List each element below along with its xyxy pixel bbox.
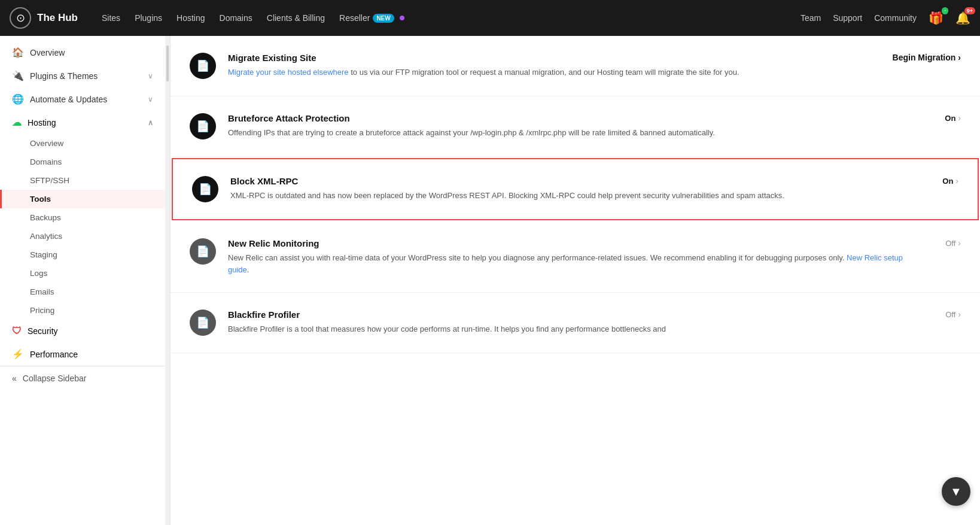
bruteforce-icon: 📄	[190, 113, 216, 139]
automate-chevron-icon: ∨	[148, 95, 153, 104]
new-relic-status-label: Off	[945, 239, 955, 248]
sidebar-item-automate-updates[interactable]: 🌐 Automate & Updates ∨	[0, 87, 165, 111]
bruteforce-status-arrow: ›	[958, 113, 961, 123]
home-icon: 🏠	[12, 47, 24, 58]
sidebar-item-hosting-logs[interactable]: Logs	[0, 264, 165, 283]
automate-icon: 🌐	[12, 93, 24, 105]
nav-domains[interactable]: Domains	[220, 13, 252, 23]
sidebar-item-plugins-themes[interactable]: 🔌 Plugins & Themes ∨	[0, 64, 165, 87]
migrate-title: Migrate Existing Site	[228, 53, 881, 63]
hosting-cloud-icon: ☁	[12, 117, 22, 128]
begin-migration-arrow: ›	[958, 53, 961, 62]
sidebar-item-security[interactable]: 🛡 Security	[0, 320, 165, 342]
bruteforce-status[interactable]: On ›	[925, 113, 961, 123]
bruteforce-status-label: On	[945, 114, 955, 123]
xml-rpc-status-arrow: ›	[955, 176, 958, 186]
new-relic-icon: 📄	[190, 238, 216, 265]
sidebar-item-overview[interactable]: 🏠 Overview	[0, 41, 165, 64]
tool-item-migrate: 📄 Migrate Existing Site Migrate your sit…	[171, 36, 980, 96]
new-relic-title: New Relic Monitoring	[228, 238, 913, 248]
new-relic-status-arrow: ›	[958, 238, 961, 248]
nav-plugins[interactable]: Plugins	[135, 13, 162, 23]
sidebar-item-performance[interactable]: ⚡ Performance	[0, 342, 165, 366]
migrate-body: Migrate Existing Site Migrate your site …	[228, 53, 881, 78]
top-nav: ⊙ The Hub Sites Plugins Hosting Domains …	[0, 0, 980, 36]
blackfire-title: Blackfire Profiler	[228, 309, 913, 320]
xml-rpc-icon: 📄	[192, 176, 218, 202]
tool-item-blackfire: 📄 Blackfire Profiler Blackfire Profiler …	[171, 293, 980, 353]
sidebar-item-hosting-analytics[interactable]: Analytics	[0, 227, 165, 245]
sidebar-item-hosting-tools[interactable]: Tools	[0, 190, 165, 208]
sidebar-performance-label: Performance	[30, 350, 153, 359]
notification-bell-button[interactable]: 🔔 9+	[955, 11, 970, 25]
nav-community[interactable]: Community	[874, 13, 917, 23]
nav-clients-billing[interactable]: Clients & Billing	[267, 13, 325, 23]
bruteforce-title: Bruteforce Attack Protection	[228, 113, 913, 123]
collapse-label: Collapse Sidebar	[23, 374, 87, 383]
nav-hosting[interactable]: Hosting	[176, 13, 205, 23]
body-layout: 🏠 Overview 🔌 Plugins & Themes ∨ 🌐 Automa…	[0, 36, 980, 525]
sidebar-item-hosting-staging[interactable]: Staging	[0, 245, 165, 264]
sidebar-automate-label: Automate & Updates	[30, 95, 142, 104]
collapse-icon: «	[12, 374, 17, 383]
nav-right: Team Support Community 🎁 · 🔔 9+	[801, 11, 970, 25]
blackfire-icon: 📄	[190, 309, 216, 336]
bruteforce-desc: Offending IPs that are trying to create …	[228, 127, 913, 139]
sidebar-plugins-label: Plugins & Themes	[30, 71, 142, 81]
migrate-desc: Migrate your site hosted elsewhere to us…	[228, 66, 881, 78]
security-shield-icon: 🛡	[12, 326, 22, 336]
xml-rpc-status-label: On	[942, 177, 953, 186]
new-relic-body: New Relic Monitoring New Relic can assis…	[228, 238, 913, 275]
migrate-icon: 📄	[190, 53, 216, 79]
sidebar-section-hosting[interactable]: ☁ Hosting ∧	[0, 111, 165, 134]
migrate-desc-text: to us via our FTP migration tool or requ…	[349, 68, 739, 77]
sidebar-scrollbar-thumb	[166, 45, 169, 81]
tools-list: 📄 Migrate Existing Site Migrate your sit…	[171, 36, 980, 353]
tool-item-xml-rpc: 📄 Block XML-RPC XML-RPC is outdated and …	[172, 158, 979, 220]
plugins-icon: 🔌	[12, 70, 24, 81]
sidebar-scrollbar[interactable]	[165, 36, 170, 525]
sidebar-item-hosting-domains[interactable]: Domains	[0, 153, 165, 171]
sidebar-item-hosting-overview[interactable]: Overview	[0, 134, 165, 153]
notification-count: 9+	[964, 7, 975, 14]
xml-rpc-status[interactable]: On ›	[923, 176, 958, 186]
begin-migration-label: Begin Migration	[893, 53, 956, 62]
begin-migration-button[interactable]: Begin Migration ›	[893, 53, 961, 62]
blackfire-body: Blackfire Profiler Blackfire Profiler is…	[228, 309, 913, 335]
tool-item-bruteforce: 📄 Bruteforce Attack Protection Offending…	[171, 96, 980, 157]
new-relic-status[interactable]: Off ›	[925, 238, 961, 248]
sidebar-hosting-label: Hosting	[28, 118, 142, 128]
sidebar-item-hosting-pricing[interactable]: Pricing	[0, 301, 165, 320]
sidebar-scroll-area: 🏠 Overview 🔌 Plugins & Themes ∨ 🌐 Automa…	[0, 36, 170, 525]
blackfire-status-arrow: ›	[958, 309, 961, 319]
xml-rpc-body: Block XML-RPC XML-RPC is outdated and ha…	[230, 176, 911, 202]
scroll-to-bottom-button[interactable]: ▼	[942, 477, 970, 506]
blackfire-status[interactable]: Off ›	[925, 309, 961, 319]
gift-badge: ·	[942, 7, 948, 14]
migrate-link[interactable]: Migrate your site hosted elsewhere	[228, 68, 349, 77]
app-title: The Hub	[37, 12, 78, 24]
nav-reseller[interactable]: Reseller NEW	[339, 13, 404, 23]
sidebar-item-hosting-backups[interactable]: Backups	[0, 208, 165, 227]
nav-sites[interactable]: Sites	[102, 13, 120, 23]
gift-icon-button[interactable]: 🎁 ·	[929, 11, 944, 25]
nav-team[interactable]: Team	[801, 13, 821, 23]
blackfire-desc: Blackfire Profiler is a tool that measur…	[228, 323, 913, 335]
collapse-sidebar-button[interactable]: « Collapse Sidebar	[0, 366, 165, 390]
plugins-chevron-icon: ∨	[148, 72, 153, 80]
main-content: 📄 Migrate Existing Site Migrate your sit…	[171, 36, 980, 525]
logo-circle: ⊙	[10, 7, 31, 29]
sidebar-item-hosting-sftp[interactable]: SFTP/SSH	[0, 171, 165, 190]
nav-support[interactable]: Support	[833, 13, 862, 23]
tool-item-new-relic: 📄 New Relic Monitoring New Relic can ass…	[171, 221, 980, 293]
performance-bolt-icon: ⚡	[12, 348, 24, 360]
reseller-dot	[400, 16, 404, 20]
reseller-badge: NEW	[373, 14, 394, 23]
logo[interactable]: ⊙ The Hub	[10, 7, 78, 29]
nav-links: Sites Plugins Hosting Domains Clients & …	[102, 13, 786, 23]
sidebar: 🏠 Overview 🔌 Plugins & Themes ∨ 🌐 Automa…	[0, 36, 171, 525]
hosting-chevron-icon: ∧	[148, 119, 153, 127]
blackfire-status-label: Off	[945, 310, 955, 319]
sidebar-item-hosting-emails[interactable]: Emails	[0, 283, 165, 301]
new-relic-desc: New Relic can assist you with real-time …	[228, 252, 913, 275]
